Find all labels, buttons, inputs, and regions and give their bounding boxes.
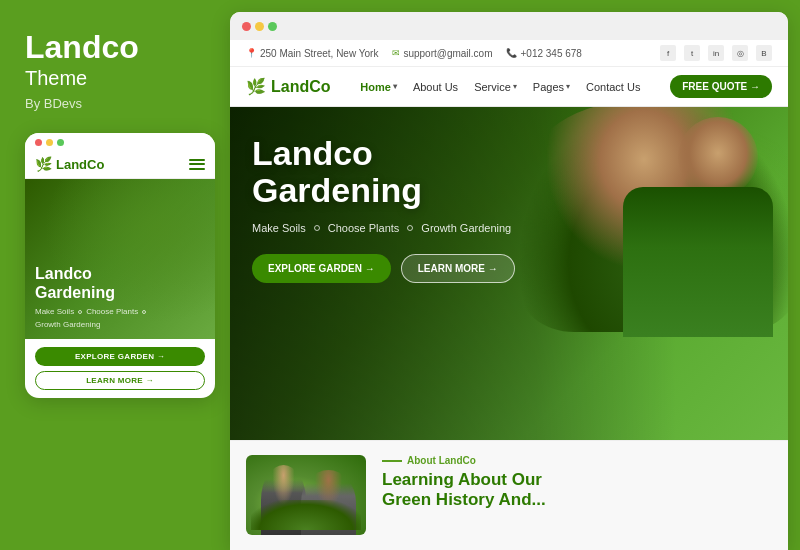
- browser-window-dots: [242, 22, 277, 31]
- learn-more-button[interactable]: LEARN MORE →: [401, 254, 515, 283]
- site-hero: Landco Gardening Make Soils Choose Plant…: [230, 107, 788, 440]
- mobile-hero-content: Landco Gardening Make Soils Choose Plant…: [35, 264, 205, 329]
- left-panel: Landco Theme By BDevs 🌿 LandCo: [0, 0, 230, 550]
- site-nav-links: Home ▾ About Us Service ▾ Pages ▾ Contac…: [360, 81, 640, 93]
- about-label: About LandCo: [382, 455, 772, 466]
- about-heading: Learning About Our Green History And...: [382, 470, 772, 511]
- phone-icon: 📞: [506, 48, 517, 58]
- about-image-grass: [251, 500, 361, 530]
- hero-content: Landco Gardening Make Soils Choose Plant…: [230, 107, 788, 311]
- browser-bar: [230, 12, 788, 40]
- behance-icon[interactable]: B: [756, 45, 772, 61]
- mobile-hero-tags: Make Soils Choose Plants Growth Gardenin…: [35, 307, 205, 329]
- mobile-hero-title: Landco Gardening: [35, 264, 205, 302]
- site-bottom-section: About LandCo Learning About Our Green Hi…: [230, 440, 788, 550]
- email-icon: ✉: [392, 48, 400, 58]
- mobile-top-bar: [25, 133, 215, 150]
- mobile-tag-dot: [78, 310, 82, 314]
- browser-dot-red: [242, 22, 251, 31]
- nav-link-about[interactable]: About Us: [413, 81, 458, 93]
- mobile-logo-icon: 🌿: [35, 156, 52, 172]
- mobile-buttons: EXPLORE GARDEN → LEARN MORE →: [25, 339, 215, 398]
- hero-buttons: EXPLORE GARDEN → LEARN MORE →: [252, 254, 766, 283]
- topbar-email: ✉ support@gmail.com: [392, 48, 492, 59]
- hero-tags: Make Soils Choose Plants Growth Gardenin…: [252, 222, 766, 234]
- site-logo-icon: 🌿: [246, 77, 266, 96]
- twitter-icon[interactable]: t: [684, 45, 700, 61]
- site-navbar: 🌿 LandCo Home ▾ About Us Service ▾ Pages…: [230, 67, 788, 107]
- hero-title: Landco Gardening: [252, 135, 766, 210]
- linkedin-icon[interactable]: in: [708, 45, 724, 61]
- mobile-mockup: 🌿 LandCo Landco Gardening Make Soils Cho…: [25, 133, 215, 398]
- brand-title: Landco Theme By BDevs: [25, 30, 205, 111]
- hero-tag-dot-2: [407, 225, 413, 231]
- browser-content: 📍 250 Main Street, New York ✉ support@gm…: [230, 40, 788, 550]
- mobile-hero: Landco Gardening Make Soils Choose Plant…: [25, 179, 215, 339]
- facebook-icon[interactable]: f: [660, 45, 676, 61]
- free-quote-button[interactable]: FREE QUOTE →: [670, 75, 772, 98]
- nav-link-home[interactable]: Home ▾: [360, 81, 397, 93]
- topbar-social-links: f t in ◎ B: [660, 45, 772, 61]
- mobile-tag-dot-2: [142, 310, 146, 314]
- browser-dot-yellow: [255, 22, 264, 31]
- site-topbar: 📍 250 Main Street, New York ✉ support@gm…: [230, 40, 788, 67]
- mobile-learn-button[interactable]: LEARN MORE →: [35, 371, 205, 390]
- chevron-down-icon-service: ▾: [513, 82, 517, 91]
- mobile-dot-green: [57, 139, 64, 146]
- mobile-dot-red: [35, 139, 42, 146]
- mobile-window-dots: [35, 139, 64, 146]
- mobile-dot-yellow: [46, 139, 53, 146]
- chevron-down-icon: ▾: [393, 82, 397, 91]
- site-logo: 🌿 LandCo: [246, 77, 331, 96]
- browser-panel: 📍 250 Main Street, New York ✉ support@gm…: [230, 12, 788, 550]
- hero-tag-dot-1: [314, 225, 320, 231]
- topbar-phone: 📞 +012 345 678: [506, 48, 581, 59]
- about-image: [246, 455, 366, 535]
- nav-link-pages[interactable]: Pages ▾: [533, 81, 570, 93]
- about-text: About LandCo Learning About Our Green Hi…: [382, 455, 772, 511]
- topbar-address: 📍 250 Main Street, New York: [246, 48, 378, 59]
- topbar-left: 📍 250 Main Street, New York ✉ support@gm…: [246, 48, 582, 59]
- explore-garden-button[interactable]: EXPLORE GARDEN →: [252, 254, 391, 283]
- instagram-icon[interactable]: ◎: [732, 45, 748, 61]
- nav-link-service[interactable]: Service ▾: [474, 81, 517, 93]
- mobile-explore-button[interactable]: EXPLORE GARDEN →: [35, 347, 205, 366]
- mobile-logo: 🌿 LandCo: [35, 156, 104, 172]
- mobile-navbar: 🌿 LandCo: [25, 150, 215, 179]
- location-icon: 📍: [246, 48, 257, 58]
- nav-link-contact[interactable]: Contact Us: [586, 81, 640, 93]
- chevron-down-icon-pages: ▾: [566, 82, 570, 91]
- browser-dot-green: [268, 22, 277, 31]
- mobile-menu-button[interactable]: [189, 159, 205, 170]
